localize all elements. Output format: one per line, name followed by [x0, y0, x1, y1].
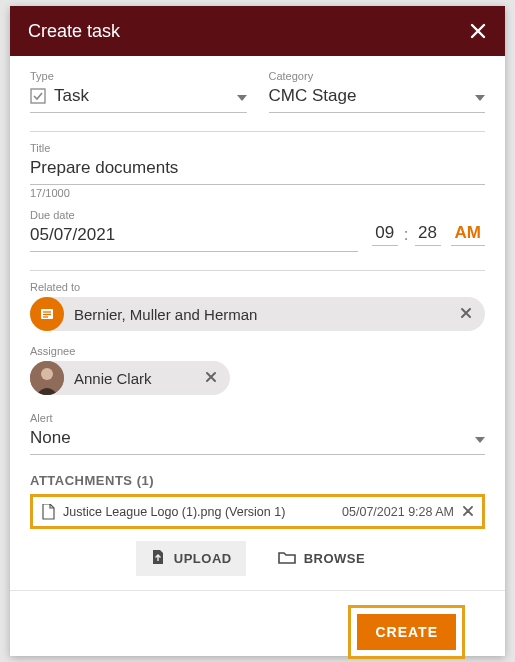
entity-icon — [30, 297, 64, 331]
assignee-label: Assignee — [30, 345, 485, 357]
related-to-field: Related to Bernier, Muller and Herman — [30, 281, 485, 331]
attachment-date: 05/07/2021 9:28 AM — [342, 505, 454, 519]
category-field: Category CMC Stage — [269, 70, 486, 113]
time-minute[interactable]: 28 — [415, 223, 441, 246]
related-to-chip[interactable]: Bernier, Muller and Herman — [30, 297, 485, 331]
attachments-header: ATTACHMENTS (1) — [30, 473, 485, 488]
assignee-chip[interactable]: Annie Clark — [30, 361, 230, 395]
create-label: CREATE — [375, 624, 438, 640]
upload-icon — [150, 549, 166, 568]
chip-remove-icon[interactable] — [200, 368, 222, 389]
category-value: CMC Stage — [269, 86, 357, 106]
title-input[interactable]: Prepare documents — [30, 154, 485, 185]
time-ampm[interactable]: AM — [451, 223, 485, 246]
assignee-field: Assignee Annie Clark — [30, 345, 485, 398]
alert-field: Alert None — [30, 412, 485, 455]
type-select[interactable]: Task — [30, 82, 247, 113]
category-select[interactable]: CMC Stage — [269, 82, 486, 113]
due-date-input[interactable]: 05/07/2021 — [30, 221, 358, 252]
type-field: Type Task — [30, 70, 247, 113]
modal-header: Create task — [10, 6, 505, 56]
modal-title: Create task — [28, 21, 120, 42]
time-colon: : — [400, 225, 413, 245]
checkbox-icon — [30, 88, 46, 104]
chevron-down-icon — [237, 86, 247, 106]
svg-rect-0 — [31, 89, 45, 103]
alert-value: None — [30, 428, 71, 448]
attachments-count: (1) — [137, 473, 154, 488]
browse-label: BROWSE — [304, 551, 366, 566]
title-label: Title — [30, 142, 485, 154]
divider — [30, 270, 485, 271]
avatar — [30, 361, 64, 395]
chevron-down-icon — [475, 86, 485, 106]
category-label: Category — [269, 70, 486, 82]
upload-button[interactable]: UPLOAD — [136, 541, 246, 576]
chevron-down-icon — [475, 428, 485, 448]
create-button[interactable]: CREATE — [357, 614, 456, 650]
browse-button[interactable]: BROWSE — [264, 541, 380, 576]
attachment-highlight: Justice League Logo (1).png (Version 1) … — [30, 494, 485, 529]
create-highlight: CREATE — [348, 605, 465, 659]
assignee-value: Annie Clark — [64, 370, 200, 387]
attachment-filename: Justice League Logo (1).png (Version 1) — [63, 505, 285, 519]
svg-point-6 — [41, 368, 53, 380]
close-icon[interactable] — [469, 22, 487, 40]
title-counter: 17/1000 — [30, 187, 485, 199]
attachment-remove-icon[interactable] — [462, 503, 474, 520]
due-date-label: Due date — [30, 209, 358, 221]
time-hour[interactable]: 09 — [372, 223, 398, 246]
type-label: Type — [30, 70, 247, 82]
file-icon — [41, 504, 55, 520]
chip-remove-icon[interactable] — [455, 304, 477, 325]
type-value: Task — [54, 86, 89, 106]
related-to-label: Related to — [30, 281, 485, 293]
alert-label: Alert — [30, 412, 485, 424]
attachments-header-text: ATTACHMENTS — [30, 473, 133, 488]
time-picker: 09 : 28 AM — [372, 223, 485, 252]
folder-icon — [278, 550, 296, 567]
create-task-modal: Create task Type Task — [10, 6, 505, 656]
attachment-row[interactable]: Justice League Logo (1).png (Version 1) … — [41, 503, 474, 520]
divider — [30, 131, 485, 132]
related-to-value: Bernier, Muller and Herman — [64, 306, 455, 323]
alert-select[interactable]: None — [30, 424, 485, 455]
title-field: Title Prepare documents 17/1000 — [30, 142, 485, 199]
upload-label: UPLOAD — [174, 551, 232, 566]
title-value: Prepare documents — [30, 158, 178, 178]
due-date-field: Due date 05/07/2021 — [30, 209, 358, 252]
due-date-value: 05/07/2021 — [30, 225, 115, 245]
